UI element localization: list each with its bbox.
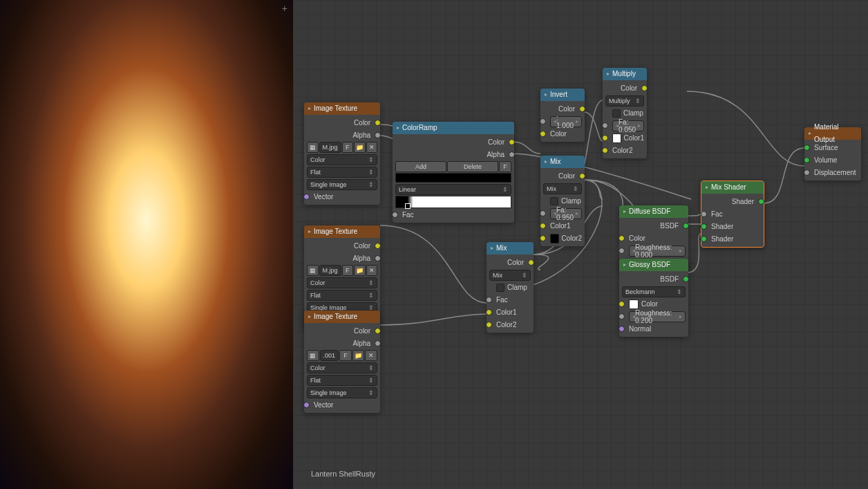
interpolation-dropdown[interactable]: Linear <box>395 184 511 195</box>
node-header[interactable]: Image Texture <box>304 311 380 323</box>
socket-in-vector[interactable] <box>303 402 310 408</box>
node-header[interactable]: Mix <box>487 242 534 255</box>
color-swatch[interactable] <box>550 234 559 243</box>
node-colorramp[interactable]: ColorRamp Color Alpha AddDeleteF Linear … <box>393 122 514 223</box>
socket-in-fac[interactable] <box>540 118 546 124</box>
f-button[interactable]: F <box>499 161 511 172</box>
colorspace-dropdown[interactable]: Color <box>307 154 377 165</box>
socket-out-color[interactable] <box>375 120 381 126</box>
socket-out-color[interactable] <box>375 243 381 249</box>
color-swatch[interactable] <box>629 299 639 309</box>
socket-out-color[interactable] <box>375 328 381 334</box>
clamp-checkbox[interactable] <box>550 197 558 205</box>
colorspace-dropdown[interactable]: Color <box>307 277 377 288</box>
projection-dropdown[interactable]: Flat <box>307 290 377 301</box>
node-header[interactable]: Image Texture <box>304 225 380 238</box>
socket-in-shader1[interactable] <box>701 223 707 230</box>
socket-in-surface[interactable] <box>804 145 810 151</box>
delete-button[interactable]: Delete <box>447 161 498 172</box>
socket-out-color[interactable] <box>528 259 534 266</box>
f-button[interactable]: F <box>342 265 354 276</box>
open-icon[interactable]: 📁 <box>352 350 365 361</box>
socket-out-alpha[interactable] <box>375 132 381 138</box>
close-icon[interactable]: ✕ <box>366 142 378 153</box>
node-material-output[interactable]: Material Output Surface Volume Displacem… <box>804 127 861 181</box>
ramp-gradient[interactable] <box>395 196 511 208</box>
distribution-dropdown[interactable]: Beckmann <box>622 286 686 297</box>
socket-in-color2[interactable] <box>540 235 546 241</box>
open-icon[interactable]: 📁 <box>354 142 366 153</box>
image-name-field[interactable]: M.jpg <box>319 142 341 153</box>
socket-in-vector[interactable] <box>303 194 310 200</box>
open-icon[interactable]: 📁 <box>354 265 366 276</box>
node-header[interactable]: Image Texture <box>304 102 380 115</box>
node-header[interactable]: Mix Shader <box>701 181 764 194</box>
image-browse-icon[interactable]: ▦ <box>307 142 319 153</box>
roughness-field[interactable]: Roughness: 0.200 <box>629 311 686 322</box>
socket-in-fac[interactable] <box>540 210 546 216</box>
socket-in-volume[interactable] <box>804 157 810 163</box>
socket-in-color2[interactable] <box>486 322 492 328</box>
blend-dropdown[interactable]: Mix <box>543 183 582 194</box>
socket-in-fac[interactable] <box>486 297 492 303</box>
node-header[interactable]: Invert <box>540 89 585 101</box>
socket-in-color[interactable] <box>619 301 625 307</box>
socket-in-displacement[interactable] <box>804 169 810 176</box>
socket-in-roughness[interactable] <box>619 313 625 320</box>
socket-out-alpha[interactable] <box>375 255 381 261</box>
socket-out-alpha[interactable] <box>509 151 515 158</box>
fac-field[interactable]: Fa: 0.050 <box>612 120 644 131</box>
socket-in-color[interactable] <box>540 131 546 137</box>
projection-dropdown[interactable]: Flat <box>307 167 377 178</box>
source-dropdown[interactable]: Single Image <box>307 387 377 398</box>
clamp-checkbox[interactable] <box>496 284 504 292</box>
node-mix-shader[interactable]: Mix Shader Shader Fac Shader Shader <box>701 181 764 248</box>
blend-dropdown[interactable]: Mix <box>489 270 531 281</box>
socket-in-color2[interactable] <box>602 147 608 154</box>
node-header[interactable]: Mix <box>540 156 585 168</box>
socket-out-color[interactable] <box>579 173 585 179</box>
node-glossy-bsdf[interactable]: Glossy BSDF BSDF Beckmann Color Roughnes… <box>619 259 688 337</box>
node-multiply[interactable]: Multiply Color Multiply Clamp Fa: 0.050 … <box>603 68 647 158</box>
socket-out-bsdf[interactable] <box>683 223 689 229</box>
f-button[interactable]: F <box>342 142 354 153</box>
node-header[interactable]: ColorRamp <box>393 122 514 134</box>
socket-in-fac[interactable] <box>602 122 608 129</box>
socket-out-color[interactable] <box>579 106 585 112</box>
socket-in-roughness[interactable] <box>619 248 625 254</box>
node-editor[interactable]: Image Texture Color Alpha ▦M.jpgF📁✕ Colo… <box>293 0 868 489</box>
socket-out-color[interactable] <box>509 139 515 145</box>
socket-in-shader2[interactable] <box>701 236 707 242</box>
node-image-texture-1[interactable]: Image Texture Color Alpha ▦M.jpgF📁✕ Colo… <box>304 102 380 205</box>
colorspace-dropdown[interactable]: Color <box>307 362 377 373</box>
node-header[interactable]: Diffuse BSDF <box>619 205 688 218</box>
socket-in-fac[interactable] <box>392 212 398 218</box>
node-invert[interactable]: Invert Color : 1.000 Color <box>540 89 585 142</box>
add-button[interactable]: Add <box>395 161 446 172</box>
node-header[interactable]: Glossy BSDF <box>619 259 688 271</box>
projection-dropdown[interactable]: Flat <box>307 375 377 386</box>
node-header[interactable]: Multiply <box>603 68 647 80</box>
socket-out-shader[interactable] <box>758 199 764 205</box>
roughness-field[interactable]: Roughness: 0.000 <box>629 246 686 257</box>
node-mixrgb-1[interactable]: Mix Color Mix Clamp Fa: 0.950 Color1 Col… <box>540 156 585 246</box>
blend-dropdown[interactable]: Multiply <box>605 95 644 107</box>
f-button[interactable]: F <box>339 350 352 361</box>
clamp-checkbox[interactable] <box>612 109 621 118</box>
socket-out-alpha[interactable] <box>375 340 381 347</box>
image-name-field[interactable]: .001 <box>320 350 339 361</box>
ramp-preview[interactable] <box>395 173 511 183</box>
socket-out-color[interactable] <box>641 85 648 91</box>
socket-in-normal[interactable] <box>619 326 625 332</box>
socket-in-color[interactable] <box>619 235 625 241</box>
socket-in-fac[interactable] <box>701 211 707 217</box>
node-header[interactable]: Material Output <box>804 127 861 140</box>
node-image-texture-3[interactable]: Image Texture Color Alpha ▦.001F📁✕ Color… <box>304 311 380 413</box>
source-dropdown[interactable]: Single Image <box>307 179 377 190</box>
image-browse-icon[interactable]: ▦ <box>307 350 319 361</box>
socket-in-color1[interactable] <box>486 309 492 315</box>
fac-field[interactable]: : 1.000 <box>550 116 582 127</box>
close-icon[interactable]: ✕ <box>365 350 377 361</box>
image-browse-icon[interactable]: ▦ <box>307 265 319 276</box>
close-icon[interactable]: ✕ <box>366 265 378 276</box>
